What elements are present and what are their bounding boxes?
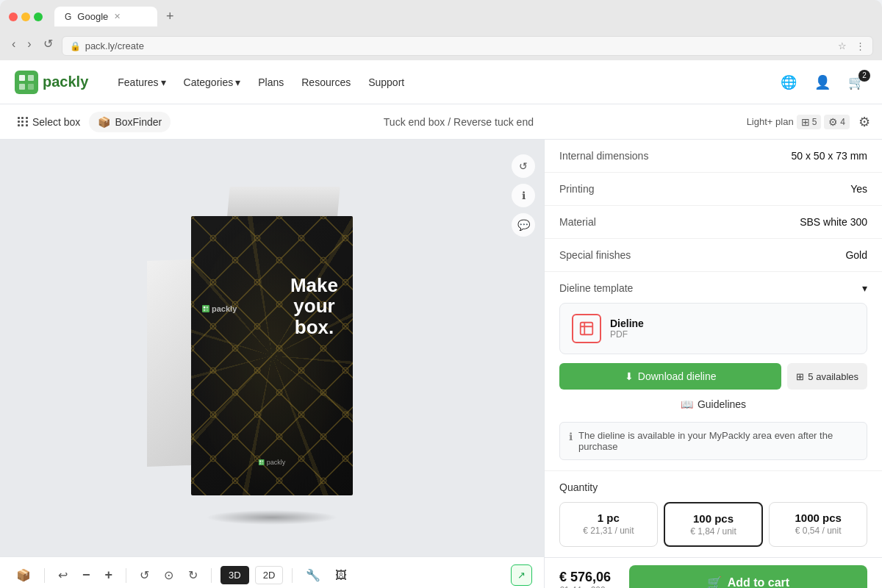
minimize-dot[interactable] — [21, 12, 30, 21]
nav-plans[interactable]: Plans — [251, 72, 291, 93]
sub-nav: Select box 📦 BoxFinder Tuck end box / Re… — [0, 104, 882, 140]
view-2d-btn[interactable]: 2D — [255, 566, 284, 584]
qty-100pcs[interactable]: 100 pcs € 1,84 / unit — [664, 502, 764, 547]
separator2 — [126, 568, 126, 583]
plan-count1: ⊞ 5 — [797, 115, 822, 129]
box-body: packly Makeyourbox. packly — [191, 216, 353, 495]
export-btn[interactable]: ↗ — [511, 564, 532, 586]
dieline-header[interactable]: Dieline template ▾ — [559, 282, 867, 294]
viewer-canvas: ↺ ℹ 💬 — [0, 140, 544, 556]
dieline-name: Dieline — [610, 318, 855, 329]
availables-btn[interactable]: ⊞ 5 availables — [787, 363, 867, 390]
qty-1000pcs-price: € 0,54 / unit — [775, 526, 861, 536]
rotate-tool-btn[interactable]: ↺ — [512, 154, 535, 178]
grid-icon — [18, 117, 28, 127]
bookmark-icon[interactable]: ☆ — [838, 40, 847, 51]
box-finder-icon: 📦 — [98, 116, 110, 128]
zoom-out-btn[interactable]: − — [78, 563, 95, 587]
undo-btn[interactable]: ↩ — [54, 564, 72, 587]
select-box-btn[interactable]: Select box — [12, 112, 86, 132]
qty-1pc[interactable]: 1 pc € 21,31 / unit — [559, 502, 658, 547]
logo-text: packly — [43, 74, 88, 90]
forward-btn[interactable]: › — [24, 36, 34, 52]
logo[interactable]: packly — [15, 71, 88, 94]
maximize-dot[interactable] — [34, 12, 43, 21]
dimensions-label: Internal dimensions — [559, 150, 648, 162]
info-tool-btn[interactable]: ℹ — [512, 184, 535, 207]
tab-close-btn[interactable]: ✕ — [114, 12, 121, 21]
cart-icon: 🛒 — [707, 576, 722, 588]
svg-rect-14 — [204, 306, 206, 308]
download-dieline-btn[interactable]: ⬇ Download dieline — [559, 363, 781, 390]
reset-btn[interactable]: ↺ — [135, 564, 154, 587]
nav-features[interactable]: Features ▾ — [110, 72, 173, 93]
reload-btn[interactable]: ↺ — [40, 35, 56, 52]
qty-1pc-price: € 21,31 / unit — [566, 526, 651, 536]
browser-tab[interactable]: G Google ✕ — [54, 7, 157, 26]
view-3d-btn[interactable]: 3D — [220, 566, 249, 584]
material-label: Material — [559, 216, 596, 228]
globe-btn[interactable]: 🌐 — [778, 71, 800, 93]
price-block: € 576,06 €1,44 x 200 pcs — [559, 570, 622, 588]
box-side-left — [147, 259, 191, 466]
comment-tool-btn[interactable]: 💬 — [512, 213, 535, 237]
svg-rect-23 — [581, 323, 593, 335]
center-btn[interactable]: ⊙ — [159, 564, 178, 587]
dieline-label: Dieline template — [559, 282, 633, 294]
chevron-icon: ▾ — [161, 76, 166, 88]
guidelines-icon: 📖 — [681, 398, 693, 410]
finishes-value: Gold — [845, 249, 867, 261]
svg-rect-22 — [262, 462, 263, 464]
cart-btn[interactable]: 🛒 2 — [845, 71, 867, 93]
printing-label: Printing — [559, 183, 594, 195]
image-btn[interactable]: 🖼 — [331, 564, 351, 587]
user-btn[interactable]: 👤 — [811, 71, 833, 93]
dieline-actions: ⬇ Download dieline ⊞ 5 availables — [559, 363, 867, 390]
separator — [44, 568, 45, 583]
redo-btn[interactable]: ↻ — [184, 564, 202, 587]
material-value: SBS white 300 — [800, 216, 867, 228]
svg-rect-17 — [207, 309, 209, 311]
box-shadow — [206, 510, 338, 525]
back-btn[interactable]: ‹ — [9, 36, 18, 52]
x-pattern — [191, 216, 353, 495]
zoom-in-btn[interactable]: + — [101, 563, 118, 587]
top-nav: packly Features ▾ Categories ▾ Plans Res… — [0, 60, 882, 104]
qty-100pcs-amount: 100 pcs — [671, 512, 756, 525]
wrench-btn[interactable]: 🔧 — [301, 564, 325, 587]
qty-100pcs-price: € 1,84 / unit — [671, 526, 756, 537]
cart-bar: € 576,06 €1,44 x 200 pcs 🛒 Add to cart — [545, 557, 882, 588]
address-bar[interactable]: 🔒 pack.ly/create ☆ ⋮ — [62, 36, 873, 56]
guidelines-btn[interactable]: 📖 Guidelines — [559, 392, 867, 416]
cart-badge: 2 — [858, 70, 870, 82]
nav-resources[interactable]: Resources — [294, 72, 358, 93]
svg-rect-12 — [191, 216, 353, 495]
new-tab-btn[interactable]: + — [163, 6, 177, 27]
svg-rect-18 — [259, 459, 265, 465]
close-dot[interactable] — [9, 12, 18, 21]
url-text: pack.ly/create — [85, 40, 144, 51]
viewer-tools: ↺ ℹ 💬 — [512, 154, 535, 237]
quantity-section: Quantity 1 pc € 21,31 / unit 100 pcs € 1… — [545, 471, 882, 557]
box-tagline: Makeyourbox. — [290, 275, 338, 338]
nav-support[interactable]: Support — [361, 72, 412, 93]
nav-links: Features ▾ Categories ▾ Plans Resources … — [110, 72, 412, 93]
dimensions-row: Internal dimensions 50 x 50 x 73 mm — [545, 140, 882, 173]
box-icon-btn[interactable]: 📦 — [12, 564, 35, 587]
qty-1000pcs[interactable]: 1000 pcs € 0,54 / unit — [769, 502, 867, 547]
dieline-section: Dieline template ▾ Dieline PDF — [545, 272, 882, 471]
nav-categories[interactable]: Categories ▾ — [176, 72, 248, 93]
svg-rect-0 — [15, 71, 38, 94]
add-to-cart-btn[interactable]: 🛒 Add to cart — [629, 565, 867, 588]
svg-rect-21 — [259, 462, 261, 464]
svg-rect-2 — [28, 75, 34, 81]
logo-icon — [15, 71, 38, 94]
globe-avail-icon: ⊞ — [796, 371, 804, 382]
box-bottom-logo: packly — [259, 459, 286, 466]
settings-btn[interactable]: ⚙ — [858, 114, 870, 130]
tab-title: Google — [77, 11, 108, 22]
qty-1000pcs-amount: 1000 pcs — [775, 512, 861, 524]
box-finder-btn[interactable]: 📦 BoxFinder — [89, 112, 171, 132]
more-icon[interactable]: ⋮ — [856, 40, 865, 51]
printing-row: Printing Yes — [545, 173, 882, 206]
